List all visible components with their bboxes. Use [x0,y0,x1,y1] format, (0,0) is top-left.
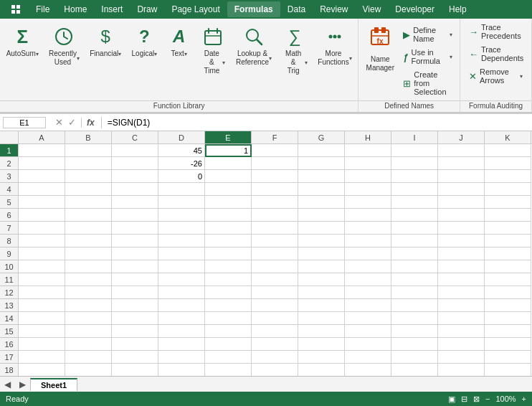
cell-row9-col4[interactable] [205,247,252,260]
cell-row15-col5[interactable] [252,325,298,338]
cell-row10-col3[interactable] [158,260,205,273]
more-functions-button[interactable]: MoreFunctions ▾ [313,22,357,70]
row-header-4[interactable]: 4 [0,183,18,196]
cell-row6-col0[interactable] [19,209,65,222]
cell-row11-col7[interactable] [345,273,391,286]
cell-H1[interactable] [345,144,391,157]
cell-row14-col2[interactable] [112,312,158,325]
date-time-button[interactable]: Date &Time ▾ [196,22,230,79]
cell-row17-col1[interactable] [65,351,112,364]
cell-row16-col8[interactable] [391,338,438,351]
col-header-B[interactable]: B [65,131,112,143]
cell-row9-col3[interactable] [158,247,205,260]
zoom-out-btn[interactable]: − [485,395,490,403]
sheet-nav-prev[interactable]: ◀ [0,378,15,391]
cell-row8-col5[interactable] [252,235,298,247]
cell-row13-col2[interactable] [112,299,158,312]
logical-button[interactable]: ? Logical ▾ [127,22,162,62]
row-header-11[interactable]: 11 [0,273,18,286]
cell-E1[interactable]: 1 [205,144,252,157]
cell-row4-col6[interactable] [298,183,345,196]
cell-row6-col4[interactable] [205,209,252,222]
cell-row11-col10[interactable] [485,273,531,286]
menu-page-layout[interactable]: Page Layout [164,1,227,17]
menu-help[interactable]: Help [442,1,474,17]
cell-row13-col3[interactable] [158,299,205,312]
cell-row6-col5[interactable] [252,209,298,222]
cell-row8-col9[interactable] [438,235,485,247]
autosum-button[interactable]: Σ AutoSum ▾ [1,22,43,62]
cell-row6-col2[interactable] [112,209,158,222]
cell-row17-col4[interactable] [205,351,252,364]
cell-row15-col0[interactable] [19,325,65,338]
cell-C3[interactable] [112,170,158,183]
cell-row10-col1[interactable] [65,260,112,273]
cell-row5-col6[interactable] [298,196,345,209]
cell-row5-col3[interactable] [158,196,205,209]
menu-data[interactable]: Data [280,1,313,17]
cell-row6-col7[interactable] [345,209,391,222]
cell-row14-col4[interactable] [205,312,252,325]
cell-row4-col2[interactable] [112,183,158,196]
cell-row13-col0[interactable] [19,299,65,312]
cell-row13-col9[interactable] [438,299,485,312]
row-header-18[interactable]: 18 [0,364,18,376]
sheet-tab-1[interactable]: Sheet1 [30,378,77,391]
cell-row14-col10[interactable] [485,312,531,325]
cell-row10-col9[interactable] [438,260,485,273]
col-header-A[interactable]: A [19,131,65,143]
cell-row13-col10[interactable] [485,299,531,312]
cell-row15-col10[interactable] [485,325,531,338]
cell-row18-col2[interactable] [112,364,158,376]
cell-H2[interactable] [345,157,391,170]
cell-row5-col1[interactable] [65,196,112,209]
cell-row8-col1[interactable] [65,235,112,247]
cell-row18-col7[interactable] [345,364,391,376]
cell-row17-col0[interactable] [19,351,65,364]
cell-C2[interactable] [112,157,158,170]
cell-row4-col0[interactable] [19,183,65,196]
cell-row18-col3[interactable] [158,364,205,376]
cell-row7-col2[interactable] [112,222,158,235]
menu-home[interactable]: File [29,1,57,17]
cell-row10-col7[interactable] [345,260,391,273]
cell-row17-col9[interactable] [438,351,485,364]
cell-E2[interactable] [205,157,252,170]
cell-B3[interactable] [65,170,112,183]
cell-row4-col3[interactable] [158,183,205,196]
menu-developer[interactable]: Developer [388,1,442,17]
cell-row10-col6[interactable] [298,260,345,273]
cell-row17-col8[interactable] [391,351,438,364]
cell-row12-col4[interactable] [205,286,252,299]
cell-row14-col3[interactable] [158,312,205,325]
cell-row10-col8[interactable] [391,260,438,273]
cell-row5-col7[interactable] [345,196,391,209]
cell-row7-col8[interactable] [391,222,438,235]
cell-row17-col6[interactable] [298,351,345,364]
cell-row4-col10[interactable] [485,183,531,196]
menu-insert[interactable]: Insert [94,1,130,17]
cell-row16-col10[interactable] [485,338,531,351]
cell-row6-col6[interactable] [298,209,345,222]
cell-J1[interactable] [438,144,485,157]
col-header-J[interactable]: J [438,131,485,143]
cell-row10-col5[interactable] [252,260,298,273]
cell-row12-col2[interactable] [112,286,158,299]
cell-F1[interactable] [252,144,298,157]
cell-row14-col9[interactable] [438,312,485,325]
row-header-8[interactable]: 8 [0,235,18,247]
row-header-15[interactable]: 15 [0,325,18,338]
cell-row9-col8[interactable] [391,247,438,260]
row-header-17[interactable]: 17 [0,351,18,364]
cell-A3[interactable] [19,170,65,183]
text-button[interactable]: A Text ▾ [163,22,195,62]
cell-I1[interactable] [391,144,438,157]
cell-row10-col2[interactable] [112,260,158,273]
cell-row9-col7[interactable] [345,247,391,260]
row-header-5[interactable]: 5 [0,196,18,209]
cell-row16-col4[interactable] [205,338,252,351]
cell-row4-col4[interactable] [205,183,252,196]
row-header-9[interactable]: 9 [0,247,18,260]
math-trig-button[interactable]: ∑ Math &Trig ▾ [277,22,313,79]
recently-used-button[interactable]: RecentlyUsed ▾ [44,22,84,70]
